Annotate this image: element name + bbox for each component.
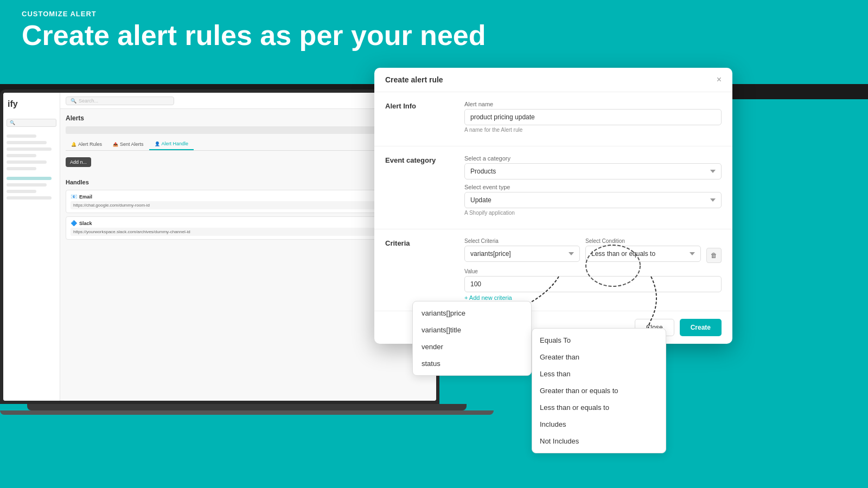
- condition-dropdown: Equals To Greater than Less than Greater…: [532, 328, 666, 453]
- sidebar-line-9: [7, 190, 36, 193]
- criteria-content: Select Criteria variants[price] Select C…: [464, 238, 722, 302]
- sidebar-line-5: [7, 160, 47, 164]
- handle-slack-url-text: https://yourworkspace.slack.com/archives…: [73, 229, 190, 234]
- condition-dropdown-item-3[interactable]: Greater than or equals to: [532, 382, 666, 399]
- event-category-section: Event category Select a category Product…: [374, 146, 732, 229]
- criteria-dropdown-item-0[interactable]: variants[]price: [413, 305, 531, 322]
- condition-dropdown-item-4[interactable]: Less than or equals to: [532, 399, 666, 416]
- select-condition-label: Select Condition: [585, 238, 701, 244]
- add-criteria-link[interactable]: + Add new criteria: [464, 294, 512, 301]
- value-input-wrap: Value: [464, 268, 722, 292]
- sidebar-line-1: [7, 134, 36, 138]
- app-logo: ify: [3, 93, 60, 115]
- modal-header: Create alert rule ×: [374, 68, 732, 92]
- alert-name-label: Alert name: [464, 101, 722, 107]
- select-criteria-label: Select Criteria: [464, 238, 580, 244]
- header-area: CUSTOMIZE ALERT Create alert rules as pe…: [0, 0, 508, 61]
- sidebar-line-10: [7, 196, 52, 200]
- sidebar-nav-lines: [3, 130, 60, 207]
- criteria-select-wrap: Select Criteria variants[price]: [464, 238, 580, 262]
- event-category-content: Select a category Products Select event …: [464, 155, 722, 220]
- handle-slack-label: Slack: [79, 221, 92, 226]
- handle-slack-url: https://yourworkspace.slack.com/archives…: [71, 228, 426, 236]
- sidebar-search-area: 🔍: [3, 115, 60, 130]
- email-icon: 📧: [71, 194, 77, 200]
- sidebar-line-6: [7, 167, 36, 170]
- value-label: Value: [464, 268, 722, 274]
- sidebar-line-3: [7, 147, 52, 151]
- handle-email-url: https://chat.google.com/dummy-room-id ✏ …: [71, 201, 426, 209]
- slack-icon: 🔷: [71, 220, 77, 226]
- alert-name-input[interactable]: [464, 109, 722, 125]
- criteria-dropdown: variants[]price variants[]title vender s…: [412, 301, 532, 376]
- alert-info-label: Alert Info: [385, 101, 456, 137]
- sidebar-line-8: [7, 183, 47, 187]
- laptop-base: [27, 404, 467, 410]
- tab-sent-alerts-label: Sent Alerts: [120, 142, 144, 147]
- value-input[interactable]: [464, 276, 722, 292]
- topbar-search-icon: 🔍: [71, 98, 76, 104]
- handle-slack-name: 🔷 Slack: [71, 220, 426, 226]
- condition-dropdown-item-0[interactable]: Equals To: [532, 332, 666, 349]
- condition-dropdown-item-6[interactable]: Not Includes: [532, 433, 666, 450]
- event-type-group: Select event type Update A Shopify appli…: [464, 184, 722, 216]
- criteria-label: Criteria: [385, 238, 456, 302]
- search-icon: 🔍: [10, 120, 15, 125]
- event-type-label: Select event type: [464, 184, 722, 190]
- handle-email-name: 📧 Email: [71, 194, 426, 200]
- condition-select-wrap: Select Condition Less than or equals to: [585, 238, 701, 262]
- delete-criteria-button[interactable]: 🗑: [706, 248, 722, 263]
- condition-dropdown-item-1[interactable]: Greater than: [532, 349, 666, 365]
- criteria-dropdown-item-3[interactable]: status: [413, 355, 531, 372]
- add-new-button[interactable]: Add n...: [66, 157, 91, 167]
- topbar-search[interactable]: 🔍 Search...: [66, 97, 174, 105]
- tab-alert-rules[interactable]: 🔔 Alert Rules: [66, 138, 107, 150]
- topbar-search-text: Search...: [79, 98, 98, 104]
- tab-sent-alerts[interactable]: 📤 Sent Alerts: [107, 138, 149, 150]
- delete-icon: 🗑: [711, 252, 717, 259]
- alert-rules-icon: 🔔: [71, 142, 76, 147]
- alert-info-content: Alert name A name for the Alert rule: [464, 101, 722, 137]
- tab-alert-rules-label: Alert Rules: [78, 142, 102, 147]
- criteria-dropdown-item-2[interactable]: vender: [413, 338, 531, 355]
- create-button[interactable]: Create: [680, 319, 722, 336]
- laptop-stand: [0, 404, 494, 436]
- criteria-row: Select Criteria variants[price] Select C…: [464, 238, 722, 263]
- sidebar-line-4: [7, 154, 36, 157]
- criteria-dropdown-item-1[interactable]: variants[]title: [413, 322, 531, 338]
- alert-name-group: Alert name A name for the Alert rule: [464, 101, 722, 133]
- condition-select[interactable]: Less than or equals to: [585, 246, 701, 262]
- event-hint: A Shopify application: [464, 210, 722, 216]
- event-type-select[interactable]: Update: [464, 192, 722, 208]
- app-sidebar: ify 🔍: [3, 93, 60, 401]
- modal-title: Create alert rule: [385, 75, 443, 84]
- tab-alert-handle[interactable]: 👤 Alert Handle: [149, 138, 194, 150]
- category-group: Select a category Products: [464, 155, 722, 179]
- sent-alerts-icon: 📤: [113, 142, 118, 147]
- laptop-foot: [0, 410, 494, 415]
- handle-email-label: Email: [79, 194, 92, 200]
- alert-name-hint: A name for the Alert rule: [464, 127, 722, 133]
- category-select-label: Select a category: [464, 155, 722, 162]
- laptop-frame: ify 🔍: [0, 89, 439, 404]
- condition-dropdown-item-2[interactable]: Less than: [532, 365, 666, 382]
- modal-body: Alert Info Alert name A name for the Ale…: [374, 92, 732, 311]
- sidebar-line-7: [7, 177, 52, 180]
- tab-alert-handle-label: Alert Handle: [162, 141, 189, 146]
- criteria-select[interactable]: variants[price]: [464, 246, 580, 262]
- alert-info-section: Alert Info Alert name A name for the Ale…: [374, 92, 732, 146]
- criteria-section: Criteria Select Criteria variants[price]…: [374, 229, 732, 311]
- handle-email-url-text: https://chat.google.com/dummy-room-id: [73, 203, 150, 208]
- category-select[interactable]: Products: [464, 163, 722, 179]
- header-title: Create alert rules as per your need: [22, 20, 486, 51]
- laptop-screen: ify 🔍: [3, 93, 436, 401]
- modal-close-button[interactable]: ×: [717, 75, 722, 84]
- condition-dropdown-item-5[interactable]: Includes: [532, 416, 666, 433]
- sidebar-line-2: [7, 141, 47, 144]
- header-subtitle: CUSTOMIZE ALERT: [22, 10, 486, 18]
- alert-handle-icon: 👤: [155, 142, 160, 146]
- event-category-label: Event category: [385, 155, 456, 220]
